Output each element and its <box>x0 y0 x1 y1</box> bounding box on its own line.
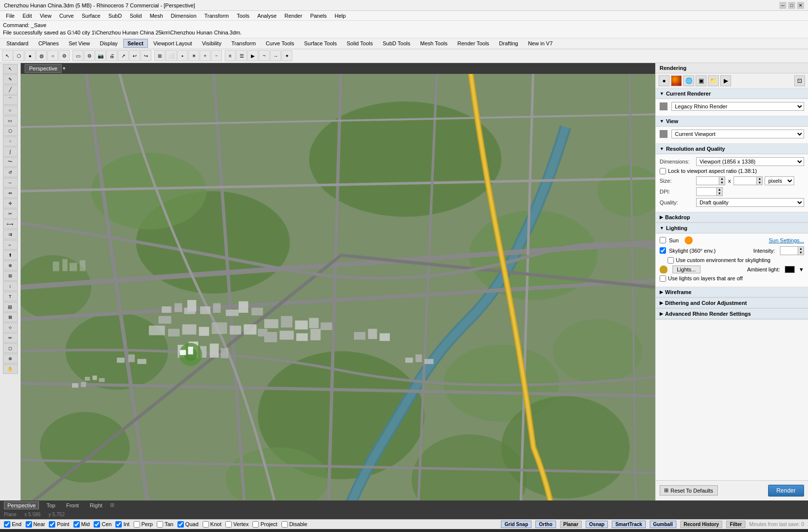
properties-icon[interactable]: ☰ <box>236 50 247 61</box>
cursor-tool[interactable]: ↖ <box>3 64 18 74</box>
menu-solid[interactable]: Solid <box>126 11 145 20</box>
tab-setview[interactable]: Set View <box>64 39 94 48</box>
ambient-color-swatch[interactable] <box>785 266 795 273</box>
skylight-checkbox[interactable] <box>660 247 666 254</box>
dpi-down-button[interactable]: ▼ <box>716 192 722 196</box>
arc-tool[interactable]: ⌒ <box>3 95 18 105</box>
viewport-dropdown[interactable]: ▼ <box>62 66 66 71</box>
transform-icon[interactable]: ✦ <box>281 50 292 61</box>
custom-env-checkbox[interactable] <box>667 257 674 264</box>
spline-tool[interactable]: 〜 <box>3 157 18 167</box>
backdrop-header[interactable]: ▶ Backdrop <box>656 212 808 223</box>
menu-tools[interactable]: Tools <box>233 11 253 20</box>
intensity-input[interactable]: 0.0 <box>780 247 798 254</box>
tab-new-in-v7[interactable]: New in V7 <box>524 39 557 48</box>
rotate-tool[interactable]: ↺ <box>3 167 18 177</box>
dim-tool[interactable]: ↕ <box>3 281 18 291</box>
tab-top[interactable]: Top <box>43 501 59 509</box>
perp-checkbox[interactable] <box>134 521 140 528</box>
grid3d-icon[interactable]: ⊞ <box>154 50 165 61</box>
grid-snap-button[interactable]: Grid Snap <box>501 521 531 528</box>
viewport-canvas[interactable] <box>21 74 655 500</box>
tab-subd-tools[interactable]: SubD Tools <box>378 39 415 48</box>
intensity-spinner[interactable]: 0.0 ▲ ▼ <box>780 246 804 255</box>
boolean-tool[interactable]: ⊕ <box>3 261 18 270</box>
tab-mesh-tools[interactable]: Mesh Tools <box>416 39 452 48</box>
lighting-header[interactable]: ▼ Lighting <box>656 223 808 233</box>
knot-checkbox[interactable] <box>203 521 209 528</box>
tab-display[interactable]: Display <box>95 39 122 48</box>
ortho-button[interactable]: Ortho <box>535 521 556 528</box>
quad-checkbox[interactable] <box>177 521 184 528</box>
mid-checkbox[interactable] <box>73 521 80 528</box>
smarttrack-button[interactable]: SmartTrack <box>612 521 645 528</box>
redo-icon[interactable]: ↪ <box>141 50 151 61</box>
text-tool[interactable]: T <box>3 292 18 301</box>
width-input[interactable]: 1856 <box>697 177 719 184</box>
menu-curve[interactable]: Curve <box>55 11 77 20</box>
zoom-tool[interactable]: ⊕ <box>3 354 18 364</box>
project-checkbox[interactable] <box>252 521 259 528</box>
wireframe-icon[interactable]: ⬜ <box>166 50 176 61</box>
polygon-tool[interactable]: ⬡ <box>3 126 18 136</box>
move-tool[interactable]: ✛ <box>3 199 18 208</box>
gear-icon[interactable]: ⚙ <box>59 50 70 61</box>
eraser-tool[interactable]: ◻ <box>3 343 18 353</box>
menu-render[interactable]: Render <box>281 11 306 20</box>
dithering-header[interactable]: ▶ Dithering and Color Adjustment <box>656 298 808 308</box>
advanced-header[interactable]: ▶ Advanced Rhino Render Settings <box>656 309 808 319</box>
grid-tool[interactable]: ⊠ <box>3 312 18 322</box>
close-button[interactable]: ✕ <box>797 2 804 9</box>
use-lights-checkbox[interactable] <box>660 275 666 282</box>
dpi-spinner[interactable]: 72 ▲ ▼ <box>696 187 723 196</box>
render-texture-icon[interactable]: ▣ <box>696 75 706 86</box>
tab-standard[interactable]: Standard <box>2 39 33 48</box>
circle-tool[interactable]: ○ <box>3 105 18 115</box>
wireframe-header[interactable]: ▶ Wireframe <box>656 287 808 298</box>
curve-tool[interactable]: ∫ <box>3 147 18 157</box>
scale-tool[interactable]: ↔ <box>3 178 18 188</box>
height-spinner-buttons[interactable]: ▲ ▼ <box>756 177 762 185</box>
cube-icon[interactable]: ▪ <box>177 50 188 61</box>
height-up-button[interactable]: ▲ <box>756 177 762 181</box>
sun-icon[interactable]: ☀ <box>188 50 199 61</box>
render-icon-tb[interactable]: ▶ <box>247 50 258 61</box>
quality-select[interactable]: Draft quality Good quality High quality … <box>696 198 804 207</box>
extrude-tool[interactable]: ⬆ <box>3 250 18 260</box>
height-spinner[interactable]: 1338 ▲ ▼ <box>734 176 763 185</box>
vertex-checkbox[interactable] <box>225 521 232 528</box>
dpi-spinner-buttons[interactable]: ▲ ▼ <box>716 188 722 196</box>
material-sphere-icon[interactable]: ◍ <box>36 50 47 61</box>
sun-settings-link[interactable]: Sun Settings... <box>769 237 804 243</box>
menu-mesh[interactable]: Mesh <box>146 11 167 20</box>
layer-icon[interactable]: ≡ <box>225 50 236 61</box>
render-sphere-icon[interactable]: ● <box>659 75 669 86</box>
select-objects-icon[interactable]: ↖ <box>2 50 13 61</box>
tab-solid-tools[interactable]: Solid Tools <box>342 39 377 48</box>
line-tool[interactable]: ╱ <box>3 85 18 95</box>
tab-visibility[interactable]: Visibility <box>198 39 226 48</box>
undo-icon[interactable]: ↩ <box>129 50 140 61</box>
menu-subd[interactable]: SubD <box>105 11 126 20</box>
width-spinner-buttons[interactable]: ▲ ▼ <box>719 177 725 185</box>
intensity-up-button[interactable]: ▲ <box>798 247 804 251</box>
tab-cplanes[interactable]: CPlanes <box>34 39 64 48</box>
render-material-icon[interactable]: ● <box>671 75 682 86</box>
circle-icon[interactable]: ○ <box>47 50 58 61</box>
menu-file[interactable]: File <box>2 11 19 20</box>
view-select[interactable]: Current Viewport <box>671 130 804 138</box>
menu-help[interactable]: Help <box>331 11 350 20</box>
pan-tool[interactable]: ✋ <box>3 364 18 374</box>
tab-render-tools[interactable]: Render Tools <box>453 39 494 48</box>
mesh-tool[interactable]: ⊞ <box>3 271 18 281</box>
rect-tool[interactable]: ▭ <box>3 116 18 126</box>
dpi-input[interactable]: 72 <box>697 188 716 195</box>
tab-curve-tools[interactable]: Curve Tools <box>261 39 299 48</box>
tan-checkbox[interactable] <box>157 521 163 528</box>
sun-checkbox[interactable] <box>660 237 666 243</box>
tab-drafting[interactable]: Drafting <box>494 39 523 48</box>
cen-checkbox[interactable] <box>94 521 100 528</box>
intensity-spinner-buttons[interactable]: ▲ ▼ <box>798 247 804 255</box>
int-checkbox[interactable] <box>115 521 122 528</box>
render-preview-icon[interactable]: ▶ <box>720 75 731 86</box>
